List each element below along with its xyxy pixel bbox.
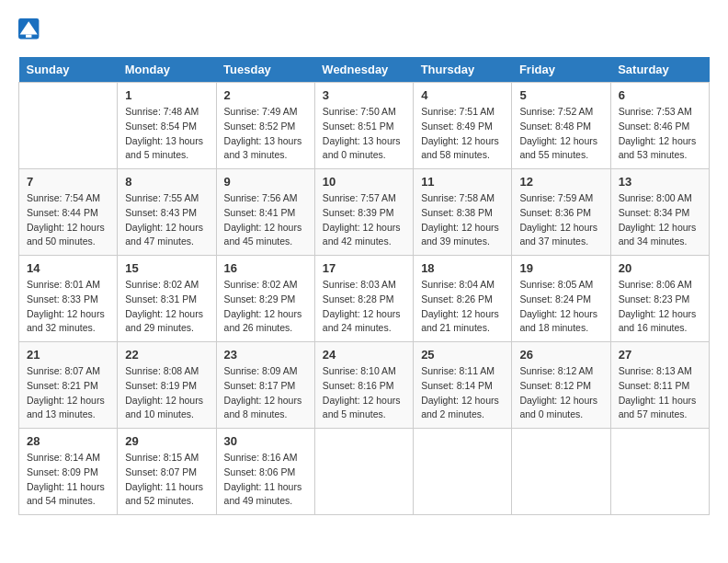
day-number: 24	[323, 348, 405, 362]
day-info: Sunrise: 7:54 AM Sunset: 8:44 PM Dayligh…	[27, 191, 109, 249]
day-number: 18	[421, 261, 504, 275]
calendar-cell: 15Sunrise: 8:02 AM Sunset: 8:31 PM Dayli…	[118, 256, 216, 342]
calendar-cell: 23Sunrise: 8:09 AM Sunset: 8:17 PM Dayli…	[216, 342, 314, 429]
calendar-cell: 5Sunrise: 7:52 AM Sunset: 8:48 PM Daylig…	[512, 83, 610, 169]
day-number: 11	[421, 175, 504, 189]
day-info: Sunrise: 8:12 AM Sunset: 8:12 PM Dayligh…	[519, 364, 602, 422]
day-number: 21	[27, 348, 109, 362]
day-info: Sunrise: 7:57 AM Sunset: 8:39 PM Dayligh…	[323, 191, 405, 249]
calendar-cell: 6Sunrise: 7:53 AM Sunset: 8:46 PM Daylig…	[610, 83, 709, 169]
calendar-cell: 17Sunrise: 8:03 AM Sunset: 8:28 PM Dayli…	[314, 256, 413, 342]
day-number: 26	[519, 348, 602, 362]
day-number: 23	[224, 348, 307, 362]
day-header-thursday: Thursday	[414, 57, 512, 83]
day-number: 10	[323, 175, 405, 189]
day-info: Sunrise: 8:00 AM Sunset: 8:34 PM Dayligh…	[619, 191, 701, 249]
calendar-cell: 22Sunrise: 8:08 AM Sunset: 8:19 PM Dayli…	[118, 342, 216, 429]
day-info: Sunrise: 8:10 AM Sunset: 8:16 PM Dayligh…	[323, 364, 405, 422]
day-number: 13	[619, 175, 701, 189]
day-info: Sunrise: 8:02 AM Sunset: 8:29 PM Dayligh…	[224, 278, 307, 336]
calendar-cell: 1Sunrise: 7:48 AM Sunset: 8:54 PM Daylig…	[118, 83, 216, 169]
day-number: 2	[224, 88, 307, 102]
calendar-cell: 2Sunrise: 7:49 AM Sunset: 8:52 PM Daylig…	[216, 83, 314, 169]
day-info: Sunrise: 7:49 AM Sunset: 8:52 PM Dayligh…	[224, 105, 307, 163]
calendar-cell	[19, 83, 118, 169]
day-info: Sunrise: 8:15 AM Sunset: 8:07 PM Dayligh…	[125, 451, 208, 509]
day-number: 30	[224, 434, 307, 448]
calendar-cell	[314, 429, 413, 515]
day-info: Sunrise: 8:07 AM Sunset: 8:21 PM Dayligh…	[27, 364, 109, 422]
day-number: 14	[27, 261, 109, 275]
day-header-sunday: Sunday	[19, 57, 118, 83]
general-blue-icon	[18, 18, 40, 40]
calendar-cell	[610, 429, 709, 515]
day-number: 19	[519, 261, 602, 275]
calendar-cell: 14Sunrise: 8:01 AM Sunset: 8:33 PM Dayli…	[19, 256, 118, 342]
day-info: Sunrise: 8:03 AM Sunset: 8:28 PM Dayligh…	[323, 278, 405, 336]
day-info: Sunrise: 7:53 AM Sunset: 8:46 PM Dayligh…	[619, 105, 701, 163]
day-number: 16	[224, 261, 307, 275]
calendar-cell: 13Sunrise: 8:00 AM Sunset: 8:34 PM Dayli…	[610, 169, 709, 256]
day-number: 5	[519, 88, 602, 102]
calendar-cell: 29Sunrise: 8:15 AM Sunset: 8:07 PM Dayli…	[118, 429, 216, 515]
day-info: Sunrise: 8:06 AM Sunset: 8:23 PM Dayligh…	[619, 278, 701, 336]
day-info: Sunrise: 8:04 AM Sunset: 8:26 PM Dayligh…	[421, 278, 504, 336]
day-header-tuesday: Tuesday	[216, 57, 314, 83]
day-number: 7	[27, 175, 109, 189]
calendar-cell: 27Sunrise: 8:13 AM Sunset: 8:11 PM Dayli…	[610, 342, 709, 429]
day-info: Sunrise: 7:55 AM Sunset: 8:43 PM Dayligh…	[125, 191, 208, 249]
day-header-monday: Monday	[118, 57, 216, 83]
day-number: 9	[224, 175, 307, 189]
day-number: 1	[125, 88, 208, 102]
day-number: 22	[125, 348, 208, 362]
day-info: Sunrise: 7:56 AM Sunset: 8:41 PM Dayligh…	[224, 191, 307, 249]
day-info: Sunrise: 8:16 AM Sunset: 8:06 PM Dayligh…	[224, 451, 307, 509]
calendar-cell: 18Sunrise: 8:04 AM Sunset: 8:26 PM Dayli…	[414, 256, 512, 342]
calendar-cell: 24Sunrise: 8:10 AM Sunset: 8:16 PM Dayli…	[314, 342, 413, 429]
calendar-cell	[414, 429, 512, 515]
day-info: Sunrise: 7:50 AM Sunset: 8:51 PM Dayligh…	[323, 105, 405, 163]
day-number: 4	[421, 88, 504, 102]
day-header-friday: Friday	[512, 57, 610, 83]
day-info: Sunrise: 7:52 AM Sunset: 8:48 PM Dayligh…	[519, 105, 602, 163]
calendar-cell: 16Sunrise: 8:02 AM Sunset: 8:29 PM Dayli…	[216, 256, 314, 342]
day-number: 28	[27, 434, 109, 448]
calendar-cell: 7Sunrise: 7:54 AM Sunset: 8:44 PM Daylig…	[19, 169, 118, 256]
calendar-cell: 11Sunrise: 7:58 AM Sunset: 8:38 PM Dayli…	[414, 169, 512, 256]
day-number: 8	[125, 175, 208, 189]
day-info: Sunrise: 8:14 AM Sunset: 8:09 PM Dayligh…	[27, 451, 109, 509]
day-number: 6	[619, 88, 701, 102]
calendar-cell: 21Sunrise: 8:07 AM Sunset: 8:21 PM Dayli…	[19, 342, 118, 429]
calendar-cell: 8Sunrise: 7:55 AM Sunset: 8:43 PM Daylig…	[118, 169, 216, 256]
day-number: 25	[421, 348, 504, 362]
day-number: 12	[519, 175, 602, 189]
calendar-cell	[512, 429, 610, 515]
day-info: Sunrise: 8:11 AM Sunset: 8:14 PM Dayligh…	[421, 364, 504, 422]
day-info: Sunrise: 7:58 AM Sunset: 8:38 PM Dayligh…	[421, 191, 504, 249]
calendar-cell: 10Sunrise: 7:57 AM Sunset: 8:39 PM Dayli…	[314, 169, 413, 256]
day-number: 27	[619, 348, 701, 362]
day-info: Sunrise: 8:01 AM Sunset: 8:33 PM Dayligh…	[27, 278, 109, 336]
day-info: Sunrise: 7:59 AM Sunset: 8:36 PM Dayligh…	[519, 191, 602, 249]
calendar-cell: 19Sunrise: 8:05 AM Sunset: 8:24 PM Dayli…	[512, 256, 610, 342]
day-number: 17	[323, 261, 405, 275]
day-info: Sunrise: 8:02 AM Sunset: 8:31 PM Dayligh…	[125, 278, 208, 336]
day-info: Sunrise: 7:51 AM Sunset: 8:49 PM Dayligh…	[421, 105, 504, 163]
svg-rect-2	[26, 35, 31, 38]
calendar-cell: 30Sunrise: 8:16 AM Sunset: 8:06 PM Dayli…	[216, 429, 314, 515]
calendar-cell: 3Sunrise: 7:50 AM Sunset: 8:51 PM Daylig…	[314, 83, 413, 169]
day-info: Sunrise: 8:05 AM Sunset: 8:24 PM Dayligh…	[519, 278, 602, 336]
calendar-table: SundayMondayTuesdayWednesdayThursdayFrid…	[18, 57, 710, 515]
day-info: Sunrise: 7:48 AM Sunset: 8:54 PM Dayligh…	[125, 105, 208, 163]
day-number: 3	[323, 88, 405, 102]
day-number: 20	[619, 261, 701, 275]
calendar-cell: 26Sunrise: 8:12 AM Sunset: 8:12 PM Dayli…	[512, 342, 610, 429]
calendar-cell: 25Sunrise: 8:11 AM Sunset: 8:14 PM Dayli…	[414, 342, 512, 429]
calendar-cell: 28Sunrise: 8:14 AM Sunset: 8:09 PM Dayli…	[19, 429, 118, 515]
day-info: Sunrise: 8:09 AM Sunset: 8:17 PM Dayligh…	[224, 364, 307, 422]
calendar-cell: 4Sunrise: 7:51 AM Sunset: 8:49 PM Daylig…	[414, 83, 512, 169]
calendar-cell: 9Sunrise: 7:56 AM Sunset: 8:41 PM Daylig…	[216, 169, 314, 256]
logo	[18, 18, 44, 40]
calendar-cell: 20Sunrise: 8:06 AM Sunset: 8:23 PM Dayli…	[610, 256, 709, 342]
day-info: Sunrise: 8:08 AM Sunset: 8:19 PM Dayligh…	[125, 364, 208, 422]
